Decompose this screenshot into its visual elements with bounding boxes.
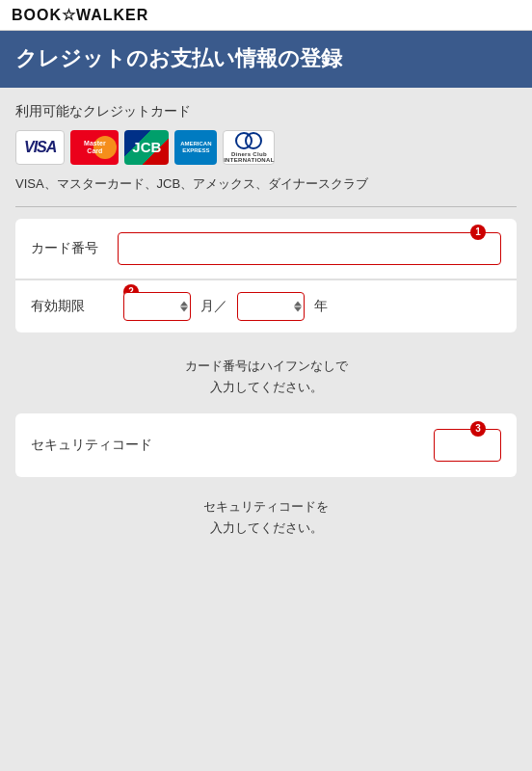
expiry-month-wrapper: 1 2 3 4 5 6 7 8 9 10 11 12 — [123, 292, 191, 321]
security-code-input[interactable] — [434, 429, 501, 462]
security-row: セキュリティコード 3 — [15, 413, 517, 477]
jcb-logo: JCB — [124, 130, 169, 165]
expiry-sep2: 年 — [310, 298, 332, 315]
divider — [15, 206, 517, 207]
diners-logo: Diners ClubINTERNATIONAL — [223, 130, 275, 165]
badge-3: 3 — [470, 421, 486, 437]
visa-logo: VISA — [15, 130, 65, 165]
amex-logo: AMERICANEXPRESS — [174, 130, 217, 165]
mastercard-logo: MasterCard — [70, 130, 119, 165]
expiry-label: 有効期限 — [31, 298, 118, 315]
expiry-sep1: 月／ — [197, 298, 231, 315]
expiry-year-select[interactable]: 2024 2025 2026 2027 2028 2029 2030 — [237, 292, 305, 321]
page-title-bar: クレジットのお支払い情報の登録 — [0, 31, 532, 88]
card-help-text: カード番号はハイフンなしで入力してください。 — [15, 348, 517, 413]
security-card: セキュリティコード 3 — [15, 413, 517, 477]
security-label: セキュリティコード — [31, 437, 166, 454]
card-description: VISA、マスターカード、JCB、アメックス、ダイナースクラブ — [15, 174, 517, 195]
expiry-year-wrapper: 2024 2025 2026 2027 2028 2029 2030 — [237, 292, 305, 321]
expiry-month-select[interactable]: 1 2 3 4 5 6 7 8 9 10 11 12 — [123, 292, 191, 321]
card-form: カード番号 1 有効期限 2 1 2 3 4 5 6 — [15, 219, 517, 332]
card-number-label: カード番号 — [31, 240, 118, 257]
security-help-text: セキュリティコードを入力してください。 — [15, 492, 517, 558]
card-number-row: カード番号 1 — [15, 219, 517, 279]
card-logos: VISA MasterCard JCB AMERICANEXPRESS — [15, 130, 517, 165]
page-title: クレジットのお支払い情報の登録 — [15, 46, 342, 70]
card-section-label: 利用可能なクレジットカード — [15, 103, 517, 120]
main-content: 利用可能なクレジットカード VISA MasterCard JCB AMERIC… — [0, 88, 532, 558]
card-number-input[interactable] — [118, 232, 501, 265]
header-logo: BOOK☆WALKER — [12, 6, 148, 24]
card-section: 利用可能なクレジットカード VISA MasterCard JCB AMERIC… — [15, 103, 517, 207]
expiry-row: 有効期限 2 1 2 3 4 5 6 7 8 9 10 — [15, 279, 517, 332]
badge-1: 1 — [470, 225, 486, 240]
header: BOOK☆WALKER — [0, 0, 532, 31]
